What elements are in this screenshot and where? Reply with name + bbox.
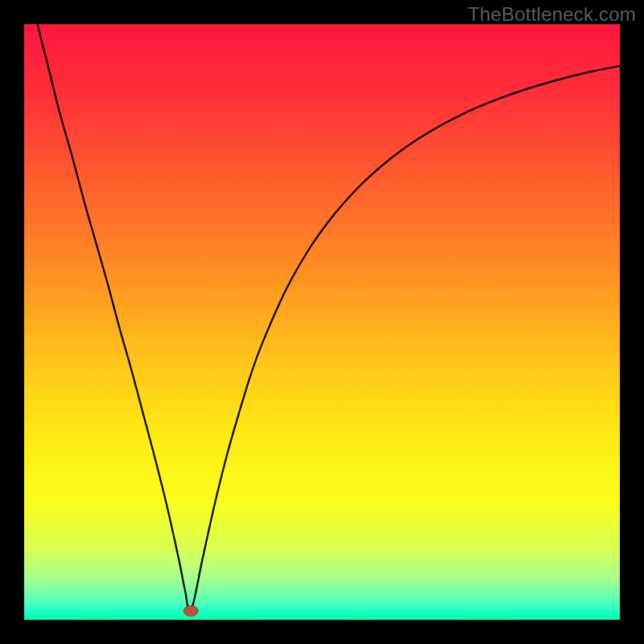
- plot-area: [24, 24, 620, 620]
- chart-frame: TheBottleneck.com: [0, 0, 644, 644]
- optimal-point-marker: [184, 605, 198, 616]
- gradient-background: [24, 24, 620, 620]
- watermark-text: TheBottleneck.com: [468, 3, 636, 26]
- bottleneck-chart: [24, 24, 620, 620]
